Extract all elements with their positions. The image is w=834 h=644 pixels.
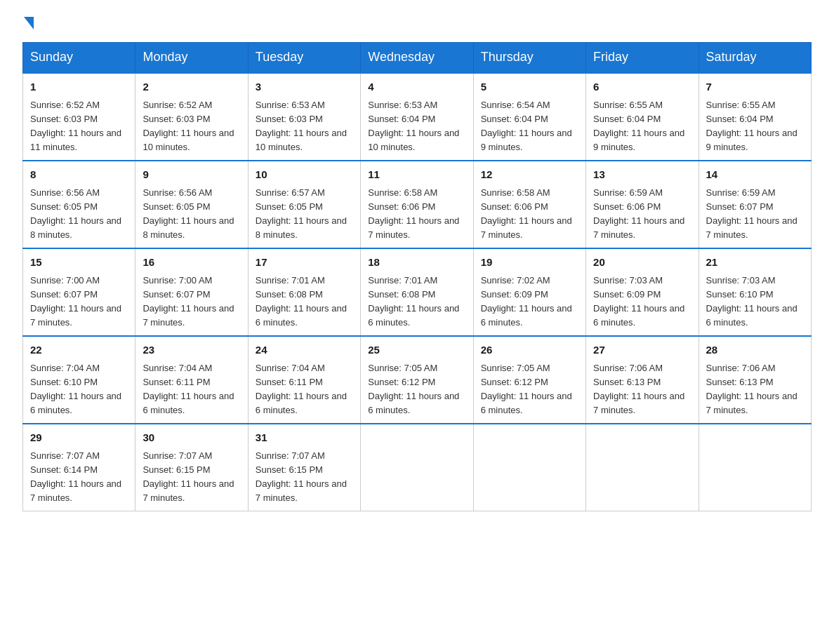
day-number: 18 <box>368 255 465 271</box>
header-friday: Friday <box>586 43 699 73</box>
day-info: Sunrise: 6:58 AMSunset: 6:06 PMDaylight:… <box>368 187 459 240</box>
calendar-cell <box>361 424 473 511</box>
day-info: Sunrise: 7:06 AMSunset: 6:13 PMDaylight:… <box>706 363 797 415</box>
calendar-week-row: 22 Sunrise: 7:04 AMSunset: 6:10 PMDaylig… <box>23 336 812 424</box>
logo <box>22 17 35 28</box>
day-number: 4 <box>368 79 465 95</box>
day-number: 2 <box>143 79 240 95</box>
day-number: 24 <box>256 342 353 358</box>
calendar-cell: 15 Sunrise: 7:00 AMSunset: 6:07 PMDaylig… <box>23 248 135 336</box>
day-info: Sunrise: 7:05 AMSunset: 6:12 PMDaylight:… <box>481 363 572 415</box>
calendar-cell <box>586 424 699 511</box>
day-info: Sunrise: 6:52 AMSunset: 6:03 PMDaylight:… <box>143 100 234 152</box>
calendar-week-row: 1 Sunrise: 6:52 AMSunset: 6:03 PMDayligh… <box>23 73 812 161</box>
day-info: Sunrise: 7:00 AMSunset: 6:07 PMDaylight:… <box>30 275 121 328</box>
day-number: 20 <box>593 255 691 271</box>
page-header <box>22 17 812 28</box>
calendar-cell: 2 Sunrise: 6:52 AMSunset: 6:03 PMDayligh… <box>135 73 248 161</box>
calendar-cell: 4 Sunrise: 6:53 AMSunset: 6:04 PMDayligh… <box>361 73 473 161</box>
calendar-cell: 25 Sunrise: 7:05 AMSunset: 6:12 PMDaylig… <box>361 336 473 424</box>
day-info: Sunrise: 6:55 AMSunset: 6:04 PMDaylight:… <box>593 100 684 152</box>
day-info: Sunrise: 6:54 AMSunset: 6:04 PMDaylight:… <box>481 100 572 152</box>
day-number: 10 <box>256 167 353 183</box>
day-number: 1 <box>30 79 128 95</box>
calendar-cell: 21 Sunrise: 7:03 AMSunset: 6:10 PMDaylig… <box>699 248 811 336</box>
calendar-week-row: 15 Sunrise: 7:00 AMSunset: 6:07 PMDaylig… <box>23 248 812 336</box>
calendar-cell: 18 Sunrise: 7:01 AMSunset: 6:08 PMDaylig… <box>361 248 473 336</box>
calendar-cell: 24 Sunrise: 7:04 AMSunset: 6:11 PMDaylig… <box>248 336 360 424</box>
day-number: 23 <box>143 342 240 358</box>
day-number: 11 <box>368 167 465 183</box>
day-info: Sunrise: 6:53 AMSunset: 6:04 PMDaylight:… <box>368 100 459 152</box>
calendar-header-row: SundayMondayTuesdayWednesdayThursdayFrid… <box>23 43 812 73</box>
calendar-cell: 20 Sunrise: 7:03 AMSunset: 6:09 PMDaylig… <box>586 248 699 336</box>
header-thursday: Thursday <box>473 43 585 73</box>
day-number: 9 <box>143 167 240 183</box>
header-sunday: Sunday <box>23 43 135 73</box>
calendar-cell: 10 Sunrise: 6:57 AMSunset: 6:05 PMDaylig… <box>248 161 360 248</box>
calendar-cell <box>699 424 811 511</box>
day-info: Sunrise: 7:04 AMSunset: 6:11 PMDaylight:… <box>143 363 234 415</box>
calendar-cell: 11 Sunrise: 6:58 AMSunset: 6:06 PMDaylig… <box>361 161 473 248</box>
day-info: Sunrise: 7:00 AMSunset: 6:07 PMDaylight:… <box>143 275 234 328</box>
header-wednesday: Wednesday <box>361 43 473 73</box>
day-number: 3 <box>256 79 353 95</box>
day-number: 16 <box>143 255 240 271</box>
day-info: Sunrise: 6:57 AMSunset: 6:05 PMDaylight:… <box>256 187 347 240</box>
day-number: 25 <box>368 342 465 358</box>
day-info: Sunrise: 6:56 AMSunset: 6:05 PMDaylight:… <box>143 187 234 240</box>
logo-triangle-icon <box>24 17 34 29</box>
header-tuesday: Tuesday <box>248 43 360 73</box>
calendar-cell: 27 Sunrise: 7:06 AMSunset: 6:13 PMDaylig… <box>586 336 699 424</box>
day-number: 13 <box>593 167 691 183</box>
day-info: Sunrise: 6:52 AMSunset: 6:03 PMDaylight:… <box>30 100 121 152</box>
calendar-cell: 5 Sunrise: 6:54 AMSunset: 6:04 PMDayligh… <box>473 73 585 161</box>
day-info: Sunrise: 6:55 AMSunset: 6:04 PMDaylight:… <box>706 100 797 152</box>
calendar-cell: 30 Sunrise: 7:07 AMSunset: 6:15 PMDaylig… <box>135 424 248 511</box>
day-info: Sunrise: 7:04 AMSunset: 6:11 PMDaylight:… <box>256 363 347 415</box>
calendar-cell: 19 Sunrise: 7:02 AMSunset: 6:09 PMDaylig… <box>473 248 585 336</box>
day-info: Sunrise: 7:06 AMSunset: 6:13 PMDaylight:… <box>593 363 684 415</box>
day-number: 15 <box>30 255 128 271</box>
day-info: Sunrise: 7:07 AMSunset: 6:15 PMDaylight:… <box>143 450 234 503</box>
calendar-cell: 14 Sunrise: 6:59 AMSunset: 6:07 PMDaylig… <box>699 161 811 248</box>
day-info: Sunrise: 6:56 AMSunset: 6:05 PMDaylight:… <box>30 187 121 240</box>
day-info: Sunrise: 7:04 AMSunset: 6:10 PMDaylight:… <box>30 363 121 415</box>
calendar-cell: 31 Sunrise: 7:07 AMSunset: 6:15 PMDaylig… <box>248 424 360 511</box>
day-number: 22 <box>30 342 128 358</box>
calendar-cell: 17 Sunrise: 7:01 AMSunset: 6:08 PMDaylig… <box>248 248 360 336</box>
calendar-cell: 22 Sunrise: 7:04 AMSunset: 6:10 PMDaylig… <box>23 336 135 424</box>
calendar-cell: 29 Sunrise: 7:07 AMSunset: 6:14 PMDaylig… <box>23 424 135 511</box>
header-saturday: Saturday <box>699 43 811 73</box>
day-info: Sunrise: 7:03 AMSunset: 6:09 PMDaylight:… <box>593 275 684 328</box>
day-number: 27 <box>593 342 691 358</box>
day-number: 30 <box>143 430 240 446</box>
calendar-cell: 8 Sunrise: 6:56 AMSunset: 6:05 PMDayligh… <box>23 161 135 248</box>
day-number: 19 <box>481 255 578 271</box>
day-number: 26 <box>481 342 578 358</box>
header-monday: Monday <box>135 43 248 73</box>
calendar-week-row: 8 Sunrise: 6:56 AMSunset: 6:05 PMDayligh… <box>23 161 812 248</box>
calendar-cell: 26 Sunrise: 7:05 AMSunset: 6:12 PMDaylig… <box>473 336 585 424</box>
day-number: 29 <box>30 430 128 446</box>
calendar-cell: 12 Sunrise: 6:58 AMSunset: 6:06 PMDaylig… <box>473 161 585 248</box>
calendar-cell: 16 Sunrise: 7:00 AMSunset: 6:07 PMDaylig… <box>135 248 248 336</box>
day-number: 12 <box>481 167 578 183</box>
calendar-cell: 23 Sunrise: 7:04 AMSunset: 6:11 PMDaylig… <box>135 336 248 424</box>
day-info: Sunrise: 7:01 AMSunset: 6:08 PMDaylight:… <box>256 275 347 328</box>
day-number: 14 <box>706 167 804 183</box>
day-number: 28 <box>706 342 804 358</box>
day-number: 17 <box>256 255 353 271</box>
calendar-cell <box>473 424 585 511</box>
calendar-cell: 1 Sunrise: 6:52 AMSunset: 6:03 PMDayligh… <box>23 73 135 161</box>
day-number: 8 <box>30 167 128 183</box>
calendar-cell: 9 Sunrise: 6:56 AMSunset: 6:05 PMDayligh… <box>135 161 248 248</box>
day-info: Sunrise: 7:02 AMSunset: 6:09 PMDaylight:… <box>481 275 572 328</box>
calendar-week-row: 29 Sunrise: 7:07 AMSunset: 6:14 PMDaylig… <box>23 424 812 511</box>
calendar-cell: 13 Sunrise: 6:59 AMSunset: 6:06 PMDaylig… <box>586 161 699 248</box>
day-info: Sunrise: 7:07 AMSunset: 6:15 PMDaylight:… <box>256 450 347 503</box>
day-info: Sunrise: 7:01 AMSunset: 6:08 PMDaylight:… <box>368 275 459 328</box>
day-info: Sunrise: 6:59 AMSunset: 6:06 PMDaylight:… <box>593 187 684 240</box>
day-info: Sunrise: 7:03 AMSunset: 6:10 PMDaylight:… <box>706 275 797 328</box>
day-number: 31 <box>256 430 353 446</box>
